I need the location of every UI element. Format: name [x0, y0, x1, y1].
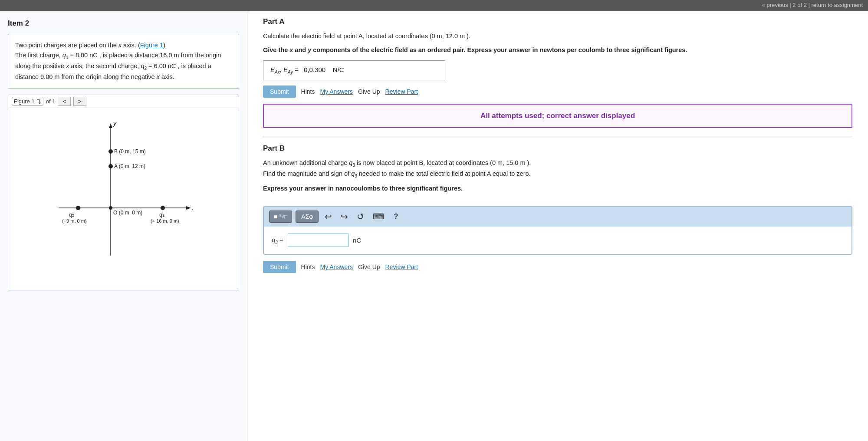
right-panel: Part A Calculate the electric field at p… [247, 11, 868, 441]
part-b-title: Part B [263, 144, 852, 153]
figure-nav: Figure 1 ⇅ of 1 < > [8, 95, 239, 108]
part-b-input[interactable] [288, 234, 349, 247]
part-a-give-up-label: Give Up [358, 88, 380, 95]
part-a-description: Calculate the electric field at point A,… [263, 31, 852, 41]
part-a-answer-value: 0,0.300 [304, 66, 326, 73]
svg-text:B (0 m, 15 m): B (0 m, 15 m) [114, 148, 146, 155]
svg-marker-3 [186, 206, 191, 210]
figure-arrows-icon: ⇅ [36, 98, 41, 105]
undo-button[interactable]: ↩ [322, 210, 335, 223]
math-input-outer-box: ■ ⁵√□ ΑΣφ ↩ ↪ ↺ ⌨ ? q3 = nC [263, 206, 852, 255]
svg-text:(−9 m, 0 m): (−9 m, 0 m) [62, 218, 87, 224]
part-b-eq-label: q3 = [272, 236, 283, 245]
svg-text:x: x [192, 204, 193, 211]
top-bar-text: « previous | 2 of 2 | return to assignme… [762, 2, 863, 8]
svg-text:A (0 m, 12 m): A (0 m, 12 m) [114, 163, 145, 169]
figure-label: Figure 1 [14, 98, 35, 105]
part-b-hints-label: Hints [301, 263, 315, 270]
help-button[interactable]: ? [390, 211, 401, 222]
part-a-answer-unit: N/C [333, 66, 344, 73]
part-a-instruction: Give the x and y components of the elect… [263, 46, 852, 55]
svg-marker-1 [109, 123, 112, 128]
redo-button[interactable]: ↪ [338, 210, 351, 223]
svg-point-16 [108, 149, 113, 154]
part-b-submit-button[interactable]: Submit [263, 261, 296, 273]
refresh-button[interactable]: ↺ [354, 210, 367, 223]
correct-answer-banner: All attempts used; correct answer displa… [263, 104, 852, 128]
black-square-icon: ■ [274, 213, 277, 220]
coordinate-diagram: x y O (0 m, 0 m) q₁ (+ 16 m, 0 m) q₂ (−9… [54, 121, 193, 277]
part-a-title: Part A [263, 17, 852, 26]
part-a-hints-label: Hints [301, 88, 315, 95]
fraction-root-icon: ⁵√□ [279, 214, 287, 220]
part-b-review-part-link[interactable]: Review Part [385, 263, 418, 270]
figure-area: x y O (0 m, 0 m) q₁ (+ 16 m, 0 m) q₂ (−9… [8, 108, 239, 290]
part-a-review-part-link[interactable]: Review Part [385, 88, 418, 95]
part-b-give-up-label: Give Up [358, 263, 380, 270]
part-a-answer-box: EAx, EAy = 0,0.300 N/C [263, 60, 445, 80]
figure-prev-button[interactable]: < [58, 97, 71, 106]
part-a-submit-button[interactable]: Submit [263, 86, 296, 98]
problem-text-box: Two point charges are placed on the x ax… [8, 34, 239, 89]
part-a-my-answers-link[interactable]: My Answers [320, 88, 352, 95]
svg-text:q₂: q₂ [69, 212, 74, 218]
svg-text:q₁: q₁ [159, 212, 164, 218]
figure-select[interactable]: Figure 1 ⇅ [12, 97, 43, 106]
svg-point-8 [161, 206, 165, 210]
part-b-unit: nC [353, 237, 361, 244]
left-panel: Item 2 Two point charges are placed on t… [0, 11, 247, 441]
part-b-submit-row: Submit Hints My Answers Give Up Review P… [263, 261, 852, 273]
keyboard-button[interactable]: ⌨ [370, 211, 387, 223]
part-a-submit-row: Submit Hints My Answers Give Up Review P… [263, 86, 852, 98]
svg-text:O (0 m, 0 m): O (0 m, 0 m) [113, 210, 142, 216]
svg-text:(+ 16 m, 0 m): (+ 16 m, 0 m) [151, 218, 179, 224]
part-b-description1: An unknown additional charge q3 is now p… [263, 158, 852, 180]
figure-link[interactable]: Figure 1 [140, 42, 163, 49]
math-input-area: q3 = nC [263, 227, 852, 254]
svg-point-11 [76, 206, 80, 210]
svg-text:y: y [113, 121, 117, 127]
problem-text: Two point charges are placed on the x ax… [15, 42, 221, 80]
svg-point-6 [109, 206, 112, 210]
figure-of-label: of 1 [46, 98, 56, 105]
section-divider [263, 136, 852, 136]
item-title: Item 2 [8, 19, 239, 28]
fraction-root-button[interactable]: ■ ⁵√□ [269, 211, 292, 223]
top-bar: « previous | 2 of 2 | return to assignme… [0, 0, 868, 11]
math-toolbar: ■ ⁵√□ ΑΣφ ↩ ↪ ↺ ⌨ ? [263, 206, 852, 227]
svg-point-14 [108, 164, 113, 168]
greek-button[interactable]: ΑΣφ [296, 211, 319, 223]
part-b-instruction: Express your answer in nanocoulombs to t… [263, 184, 852, 194]
figure-next-button[interactable]: > [73, 97, 86, 106]
part-b-my-answers-link[interactable]: My Answers [320, 263, 352, 270]
